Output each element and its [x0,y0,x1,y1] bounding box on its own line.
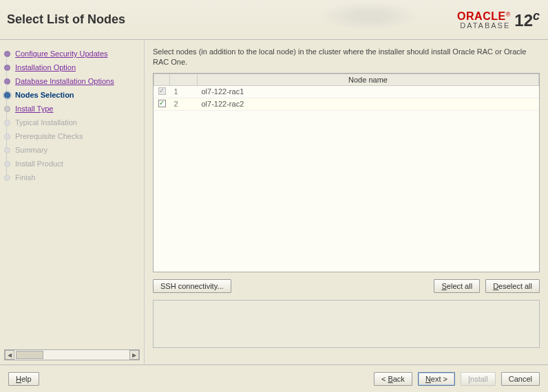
col-num[interactable] [170,74,198,85]
step-link[interactable]: Database Installation Options [15,77,114,85]
detail-panel [153,300,540,348]
col-check[interactable] [154,74,170,85]
ssh-connectivity-button[interactable]: SSH connectivity... [153,279,231,293]
step-6: Prerequisite Checks [12,129,141,143]
node-name: ol7-122-rac2 [198,98,539,110]
step-list: Configure Security UpdatesInstallation O… [3,47,141,184]
step-link[interactable]: Installation Option [15,63,76,72]
header-decoration [286,0,424,40]
select-all-button[interactable]: Select all [434,279,480,293]
nodes-tbody: 1ol7-122-rac12ol7-122-rac2 [154,85,539,110]
page-title: Select List of Nodes [7,12,125,27]
instruction-text: Select nodes (in addition to the local n… [153,47,540,67]
step-5: Typical Installation [12,116,141,129]
step-7: Summary [12,143,141,157]
footer: Help < Back Next > Install Cancel [0,364,548,392]
install-button: Install [461,372,496,386]
sidebar: Configure Security UpdatesInstallation O… [0,40,145,364]
step-4[interactable]: Install Type [12,102,141,116]
step-9: Finish [12,171,141,184]
step-1[interactable]: Installation Option [12,61,141,74]
brand-name: ORACLE [457,10,506,22]
brand-logo: ORACLE® DATABASE 12c [457,9,540,30]
step-link[interactable]: Configure Security Updates [15,50,108,58]
deselect-all-button[interactable]: Deselect all [485,279,540,293]
scroll-right-icon[interactable]: ▶ [129,350,139,360]
node-checkbox [158,87,166,95]
help-button[interactable]: Help [8,372,39,386]
node-index: 2 [170,98,198,110]
brand-sub: DATABASE [457,21,510,30]
scroll-left-icon[interactable]: ◀ [5,350,14,360]
main-panel: Select nodes (in addition to the local n… [145,40,548,364]
table-row[interactable]: 1ol7-122-rac1 [154,85,539,98]
brand-version: 12c [514,9,540,30]
header: Select List of Nodes ORACLE® DATABASE 12… [0,0,548,40]
nodes-table: Node name 1ol7-122-rac12ol7-122-rac2 [153,73,540,272]
step-0[interactable]: Configure Security Updates [12,47,141,61]
step-8: Install Product [12,157,141,171]
node-checkbox[interactable] [158,100,166,107]
node-name: ol7-122-rac1 [198,85,539,98]
next-button[interactable]: Next > [418,372,455,386]
step-3: Nodes Selection [12,88,141,102]
cancel-button[interactable]: Cancel [501,372,540,386]
scroll-thumb[interactable] [16,351,43,359]
sidebar-scrollbar[interactable]: ◀ ▶ [4,349,140,360]
table-row[interactable]: 2ol7-122-rac2 [154,98,539,110]
step-2[interactable]: Database Installation Options [12,74,141,88]
col-node-name[interactable]: Node name [198,74,539,85]
step-link[interactable]: Install Type [15,105,53,113]
node-index: 1 [170,85,198,98]
registered-icon: ® [506,11,511,18]
back-button[interactable]: < Back [374,372,412,386]
